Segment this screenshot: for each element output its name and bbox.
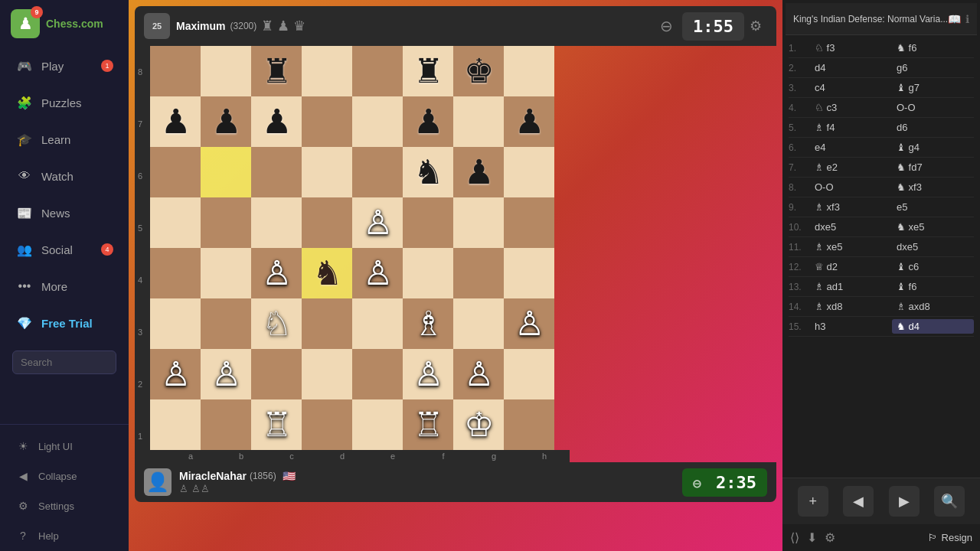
cell-d7[interactable] [302,96,352,147]
cell-g4[interactable] [453,248,504,298]
cell-c7[interactable]: ♟ [251,96,302,147]
sidebar-item-light-ui[interactable]: ☀ Light UI [5,432,124,461]
cell-f3[interactable]: ♗ [403,298,453,349]
cell-b3[interactable] [201,298,251,349]
move-black[interactable]: ♝ g4 [892,140,974,155]
cell-d4[interactable]: ♞ [302,248,352,298]
cell-e1[interactable] [352,399,403,450]
cell-g7[interactable] [453,96,504,147]
move-white[interactable]: ♗ xd8 [810,299,892,314]
cell-c8[interactable]: ♜ [251,46,302,96]
cell-a6[interactable] [150,147,201,197]
move-black[interactable]: ♝ c6 [892,259,974,274]
move-white[interactable]: c4 [810,80,892,95]
move-white[interactable]: ♗ xe5 [810,240,892,254]
sidebar-item-news[interactable]: 📰 News [5,195,124,230]
book-icon[interactable]: 📖 [948,13,961,25]
cell-g5[interactable] [453,197,504,248]
cell-d5[interactable] [302,197,352,248]
cell-f1[interactable]: ♖ [403,399,453,450]
cell-e6[interactable] [352,147,403,197]
move-black[interactable]: d6 [892,120,974,135]
cell-e2[interactable] [352,349,403,399]
sidebar-item-free-trial[interactable]: 💎 Free Trial [5,305,124,341]
cell-e7[interactable] [352,96,403,147]
logo-area[interactable]: ♟ 9 Chess.com [0,0,129,47]
cell-a4[interactable] [150,248,201,298]
cell-f7[interactable]: ♟ [403,96,453,147]
cell-h8[interactable] [504,46,554,96]
sidebar-item-social[interactable]: 👥 Social 4 [5,232,124,267]
sidebar-item-collapse[interactable]: ◀ Collapse [5,461,124,491]
cell-g2[interactable]: ♙ [453,349,504,399]
chess-logo-icon[interactable]: ♟ 9 [11,9,40,38]
action-settings-icon[interactable]: ⚙ [825,530,835,545]
cell-c6[interactable] [251,147,302,197]
move-black[interactable]: ♝ g7 [892,80,974,95]
move-white[interactable]: ♗ ad1 [810,279,892,294]
cell-c3[interactable]: ♘ [251,298,302,349]
move-black[interactable]: ♗ axd8 [892,299,974,314]
cell-d2[interactable] [302,349,352,399]
move-white[interactable]: ♗ f4 [810,120,892,135]
cell-e4[interactable]: ♙ [352,248,403,298]
info-icon[interactable]: ℹ [965,13,969,25]
move-black[interactable]: dxe5 [892,240,974,254]
cell-b4[interactable] [201,248,251,298]
resign-button[interactable]: 🏳 Resign [928,532,972,543]
minus-button[interactable]: ⊖ [660,17,673,35]
cell-g8[interactable]: ♚ [453,46,504,96]
cell-h3[interactable]: ♙ [504,298,554,349]
zoom-button[interactable]: 🔍 [934,486,965,517]
cell-a3[interactable] [150,298,201,349]
cell-a1[interactable] [150,399,201,450]
game-settings-button[interactable]: ⚙ [744,15,767,37]
cell-c4[interactable]: ♙ [251,248,302,298]
move-white[interactable]: ♗ xf3 [810,200,892,214]
cell-a7[interactable]: ♟ [150,96,201,147]
cell-h5[interactable] [504,197,554,248]
cell-g1[interactable]: ♔ [453,399,504,450]
cell-h6[interactable] [504,147,554,197]
share-icon[interactable]: ⟨⟩ [790,530,799,545]
cell-e5[interactable]: ♙ [352,197,403,248]
cell-d1[interactable] [302,399,352,450]
download-icon[interactable]: ⬇ [807,530,817,545]
cell-a8[interactable] [150,46,201,96]
cell-b1[interactable] [201,399,251,450]
cell-d8[interactable] [302,46,352,96]
cell-b5[interactable] [201,197,251,248]
cell-f4[interactable] [403,248,453,298]
move-white[interactable]: h3 [810,319,892,334]
move-black[interactable]: O-O [892,100,974,115]
cell-c1[interactable]: ♖ [251,399,302,450]
move-black[interactable]: ♞ fd7 [892,160,974,174]
cell-h7[interactable]: ♟ [504,96,554,147]
move-white[interactable]: dxe5 [810,220,892,234]
cell-d3[interactable] [302,298,352,349]
sidebar-item-more[interactable]: ••• More [5,269,124,304]
search-input[interactable] [12,350,116,374]
move-white[interactable]: ♘ f3 [810,41,892,55]
sidebar-item-play[interactable]: 🎮 Play 1 [5,48,124,83]
cell-e8[interactable] [352,46,403,96]
cell-a5[interactable] [150,197,201,248]
add-button[interactable]: + [798,486,828,517]
cell-c5[interactable] [251,197,302,248]
cell-c2[interactable] [251,349,302,399]
move-white[interactable]: d4 [810,60,892,75]
cell-b2[interactable]: ♙ [201,349,251,399]
move-white[interactable]: ♗ e2 [810,160,892,174]
cell-h1[interactable] [504,399,554,450]
sidebar-item-puzzles[interactable]: 🧩 Puzzles [5,85,124,120]
sidebar-item-watch[interactable]: 👁 Watch [5,158,124,194]
cell-b6[interactable] [201,147,251,197]
cell-h2[interactable] [504,349,554,399]
prev-button[interactable]: ◀ [843,486,874,517]
move-black[interactable]: ♞ xe5 [892,220,974,234]
next-button[interactable]: ▶ [889,486,920,517]
sidebar-item-learn[interactable]: 🎓 Learn [5,122,124,157]
move-black[interactable]: g6 [892,60,974,75]
cell-d6[interactable] [302,147,352,197]
move-white[interactable]: ♕ d2 [810,259,892,274]
